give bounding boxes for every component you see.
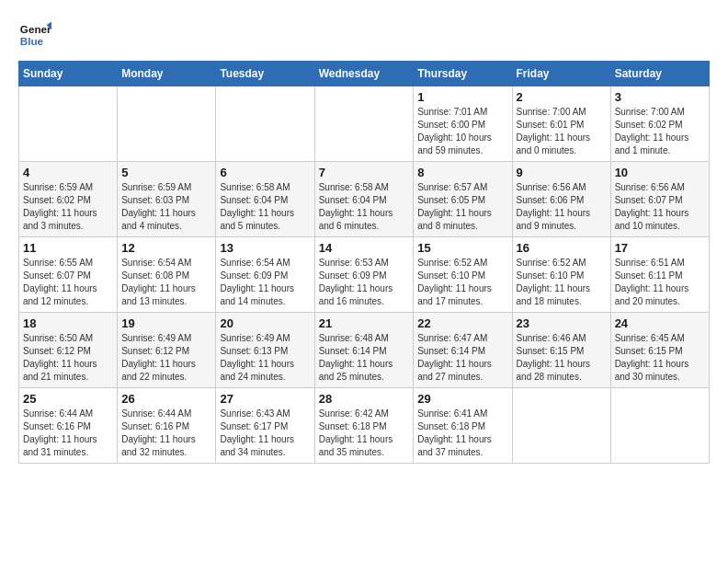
logo-icon: General Blue bbox=[18, 18, 51, 52]
day-number: 8 bbox=[417, 166, 507, 179]
calendar-cell bbox=[314, 86, 414, 162]
day-number: 9 bbox=[517, 166, 607, 179]
day-info: Sunrise: 6:49 AM Sunset: 6:13 PM Dayligh… bbox=[220, 332, 310, 384]
day-info: Sunrise: 6:54 AM Sunset: 6:09 PM Dayligh… bbox=[220, 257, 310, 308]
day-number: 21 bbox=[319, 316, 410, 330]
column-header-tuesday: Tuesday bbox=[216, 62, 314, 86]
calendar-cell: 21Sunrise: 6:48 AM Sunset: 6:14 PM Dayli… bbox=[314, 313, 414, 388]
day-info: Sunrise: 6:58 AM Sunset: 6:04 PM Dayligh… bbox=[319, 181, 410, 233]
day-info: Sunrise: 6:57 AM Sunset: 6:05 PM Dayligh… bbox=[417, 181, 507, 233]
calendar-cell: 12Sunrise: 6:54 AM Sunset: 6:08 PM Dayli… bbox=[118, 237, 216, 313]
day-number: 6 bbox=[220, 166, 310, 179]
day-info: Sunrise: 6:59 AM Sunset: 6:02 PM Dayligh… bbox=[23, 181, 113, 233]
day-number: 12 bbox=[121, 241, 211, 255]
calendar-cell: 24Sunrise: 6:45 AM Sunset: 6:15 PM Dayli… bbox=[610, 313, 709, 388]
column-header-thursday: Thursday bbox=[414, 62, 512, 86]
day-info: Sunrise: 6:55 AM Sunset: 6:07 PM Dayligh… bbox=[23, 257, 113, 308]
calendar-week-0: 1Sunrise: 7:01 AM Sunset: 6:00 PM Daylig… bbox=[19, 86, 710, 162]
day-number: 13 bbox=[220, 241, 310, 255]
day-info: Sunrise: 6:44 AM Sunset: 6:16 PM Dayligh… bbox=[121, 408, 211, 459]
day-info: Sunrise: 6:52 AM Sunset: 6:10 PM Dayligh… bbox=[517, 257, 607, 308]
day-number: 5 bbox=[121, 166, 211, 179]
day-info: Sunrise: 6:50 AM Sunset: 6:12 PM Dayligh… bbox=[23, 332, 113, 384]
calendar-table: SundayMondayTuesdayWednesdayThursdayFrid… bbox=[18, 61, 710, 464]
day-number: 20 bbox=[220, 316, 310, 330]
calendar-cell: 20Sunrise: 6:49 AM Sunset: 6:13 PM Dayli… bbox=[216, 313, 314, 388]
calendar-cell bbox=[118, 86, 216, 162]
calendar-cell: 13Sunrise: 6:54 AM Sunset: 6:09 PM Dayli… bbox=[216, 237, 314, 313]
day-info: Sunrise: 7:00 AM Sunset: 6:01 PM Dayligh… bbox=[517, 106, 607, 157]
calendar-cell: 25Sunrise: 6:44 AM Sunset: 6:16 PM Dayli… bbox=[19, 388, 118, 464]
day-number: 7 bbox=[319, 166, 410, 179]
day-number: 25 bbox=[23, 392, 113, 406]
day-info: Sunrise: 6:45 AM Sunset: 6:15 PM Dayligh… bbox=[615, 332, 705, 384]
calendar-cell: 17Sunrise: 6:51 AM Sunset: 6:11 PM Dayli… bbox=[610, 237, 709, 313]
day-info: Sunrise: 6:56 AM Sunset: 6:07 PM Dayligh… bbox=[615, 181, 705, 233]
page-header: General Blue bbox=[18, 18, 710, 52]
day-info: Sunrise: 6:49 AM Sunset: 6:12 PM Dayligh… bbox=[121, 332, 211, 384]
calendar-cell: 16Sunrise: 6:52 AM Sunset: 6:10 PM Dayli… bbox=[512, 237, 610, 313]
day-number: 19 bbox=[121, 316, 211, 330]
day-number: 1 bbox=[417, 90, 507, 104]
day-number: 14 bbox=[319, 241, 410, 255]
column-header-sunday: Sunday bbox=[19, 62, 118, 86]
calendar-cell bbox=[610, 388, 709, 464]
calendar-cell: 15Sunrise: 6:52 AM Sunset: 6:10 PM Dayli… bbox=[414, 237, 512, 313]
calendar-cell: 3Sunrise: 7:00 AM Sunset: 6:02 PM Daylig… bbox=[610, 86, 709, 162]
day-info: Sunrise: 6:44 AM Sunset: 6:16 PM Dayligh… bbox=[23, 408, 113, 459]
calendar-cell: 8Sunrise: 6:57 AM Sunset: 6:05 PM Daylig… bbox=[414, 162, 512, 237]
calendar-cell: 7Sunrise: 6:58 AM Sunset: 6:04 PM Daylig… bbox=[314, 162, 414, 237]
column-header-wednesday: Wednesday bbox=[314, 62, 414, 86]
calendar-cell: 4Sunrise: 6:59 AM Sunset: 6:02 PM Daylig… bbox=[19, 162, 118, 237]
svg-text:Blue: Blue bbox=[20, 35, 44, 47]
day-info: Sunrise: 6:41 AM Sunset: 6:18 PM Dayligh… bbox=[417, 408, 507, 459]
day-number: 10 bbox=[615, 166, 705, 179]
day-number: 18 bbox=[23, 316, 113, 330]
day-number: 4 bbox=[23, 166, 113, 179]
day-number: 3 bbox=[615, 90, 705, 104]
day-number: 28 bbox=[319, 392, 410, 406]
day-info: Sunrise: 6:54 AM Sunset: 6:08 PM Dayligh… bbox=[121, 257, 211, 308]
day-number: 23 bbox=[517, 316, 607, 330]
calendar-cell bbox=[512, 388, 610, 464]
calendar-week-4: 25Sunrise: 6:44 AM Sunset: 6:16 PM Dayli… bbox=[19, 388, 710, 464]
day-number: 11 bbox=[23, 241, 113, 255]
calendar-cell: 10Sunrise: 6:56 AM Sunset: 6:07 PM Dayli… bbox=[610, 162, 709, 237]
calendar-week-1: 4Sunrise: 6:59 AM Sunset: 6:02 PM Daylig… bbox=[19, 162, 710, 237]
calendar-cell: 5Sunrise: 6:59 AM Sunset: 6:03 PM Daylig… bbox=[118, 162, 216, 237]
calendar-cell: 28Sunrise: 6:42 AM Sunset: 6:18 PM Dayli… bbox=[314, 388, 414, 464]
calendar-header-row: SundayMondayTuesdayWednesdayThursdayFrid… bbox=[19, 62, 710, 86]
calendar-cell bbox=[216, 86, 314, 162]
calendar-cell: 9Sunrise: 6:56 AM Sunset: 6:06 PM Daylig… bbox=[512, 162, 610, 237]
calendar-cell: 6Sunrise: 6:58 AM Sunset: 6:04 PM Daylig… bbox=[216, 162, 314, 237]
day-number: 22 bbox=[417, 316, 507, 330]
day-info: Sunrise: 6:52 AM Sunset: 6:10 PM Dayligh… bbox=[417, 257, 507, 308]
calendar-cell: 22Sunrise: 6:47 AM Sunset: 6:14 PM Dayli… bbox=[414, 313, 512, 388]
day-number: 16 bbox=[517, 241, 607, 255]
day-info: Sunrise: 7:01 AM Sunset: 6:00 PM Dayligh… bbox=[417, 106, 507, 157]
day-info: Sunrise: 6:42 AM Sunset: 6:18 PM Dayligh… bbox=[319, 408, 410, 459]
column-header-saturday: Saturday bbox=[610, 62, 709, 86]
calendar-cell: 29Sunrise: 6:41 AM Sunset: 6:18 PM Dayli… bbox=[414, 388, 512, 464]
day-info: Sunrise: 6:59 AM Sunset: 6:03 PM Dayligh… bbox=[121, 181, 211, 233]
calendar-cell: 23Sunrise: 6:46 AM Sunset: 6:15 PM Dayli… bbox=[512, 313, 610, 388]
calendar-cell: 19Sunrise: 6:49 AM Sunset: 6:12 PM Dayli… bbox=[118, 313, 216, 388]
day-info: Sunrise: 6:46 AM Sunset: 6:15 PM Dayligh… bbox=[517, 332, 607, 384]
calendar-cell: 11Sunrise: 6:55 AM Sunset: 6:07 PM Dayli… bbox=[19, 237, 118, 313]
day-number: 24 bbox=[615, 316, 705, 330]
logo: General Blue bbox=[18, 18, 51, 52]
day-info: Sunrise: 6:48 AM Sunset: 6:14 PM Dayligh… bbox=[319, 332, 410, 384]
day-info: Sunrise: 6:56 AM Sunset: 6:06 PM Dayligh… bbox=[517, 181, 607, 233]
day-number: 2 bbox=[517, 90, 607, 104]
day-number: 26 bbox=[121, 392, 211, 406]
day-number: 27 bbox=[220, 392, 310, 406]
day-info: Sunrise: 6:53 AM Sunset: 6:09 PM Dayligh… bbox=[319, 257, 410, 308]
calendar-week-2: 11Sunrise: 6:55 AM Sunset: 6:07 PM Dayli… bbox=[19, 237, 710, 313]
day-number: 29 bbox=[417, 392, 507, 406]
column-header-friday: Friday bbox=[512, 62, 610, 86]
calendar-cell: 1Sunrise: 7:01 AM Sunset: 6:00 PM Daylig… bbox=[414, 86, 512, 162]
day-number: 15 bbox=[417, 241, 507, 255]
calendar-cell: 18Sunrise: 6:50 AM Sunset: 6:12 PM Dayli… bbox=[19, 313, 118, 388]
day-info: Sunrise: 6:51 AM Sunset: 6:11 PM Dayligh… bbox=[615, 257, 705, 308]
calendar-cell: 27Sunrise: 6:43 AM Sunset: 6:17 PM Dayli… bbox=[216, 388, 314, 464]
